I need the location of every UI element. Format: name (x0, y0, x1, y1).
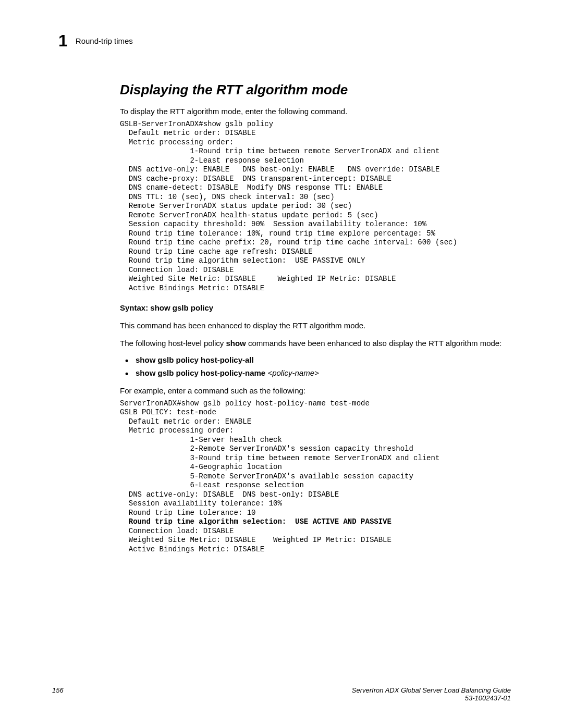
code-block-2-pre: ServerIronADX#show gslb policy host-poli… (120, 399, 511, 518)
page-footer: 156 ServerIron ADX Global Server Load Ba… (52, 686, 511, 702)
syntax-value: show gslb policy (150, 303, 213, 312)
chapter-title: Round-trip times (76, 36, 133, 45)
command-bold: show gslb policy host-policy-name (136, 368, 267, 377)
code-block-1: GSLB-ServerIronADX#show gslb policy Defa… (120, 120, 511, 293)
code-block-2-container: ServerIronADX#show gslb policy host-poli… (120, 399, 511, 554)
description-3: For example, enter a command such as the… (120, 386, 511, 396)
list-item: show gslb policy host-policy-name <polic… (120, 368, 511, 377)
section-heading: Displaying the RTT algorithm mode (120, 82, 511, 98)
desc2-bold: show (226, 339, 246, 348)
intro-text: To display the RTT algorithm mode, enter… (120, 106, 511, 117)
main-content: Displaying the RTT algorithm mode To dis… (52, 82, 511, 554)
desc2-prefix: The following host-level policy (120, 339, 226, 348)
chapter-number: 1 (58, 31, 68, 51)
command-bold: show gslb policy host-policy-all (136, 355, 254, 364)
page-number: 156 (52, 686, 64, 702)
list-item: show gslb policy host-policy-all (120, 355, 511, 364)
desc2-suffix: commands have been enhanced to also disp… (246, 339, 502, 348)
code-block-2-post: Connection load: DISABLE Weighted Site M… (120, 527, 511, 554)
description-2: The following host-level policy show com… (120, 338, 511, 349)
code-block-2-highlight: Round trip time algorithm selection: USE… (120, 517, 511, 527)
syntax-line: Syntax: show gslb policy (120, 303, 511, 312)
doc-id: 53-1002437-01 (352, 694, 511, 702)
syntax-label: Syntax: (120, 303, 150, 312)
footer-right: ServerIron ADX Global Server Load Balanc… (352, 686, 511, 702)
command-italic: <policy-name> (267, 368, 319, 377)
description-1: This command has been enhanced to displa… (120, 320, 511, 331)
command-list: show gslb policy host-policy-all show gs… (120, 355, 511, 377)
page-header: 1 Round-trip times (52, 31, 511, 51)
doc-title: ServerIron ADX Global Server Load Balanc… (352, 686, 511, 694)
